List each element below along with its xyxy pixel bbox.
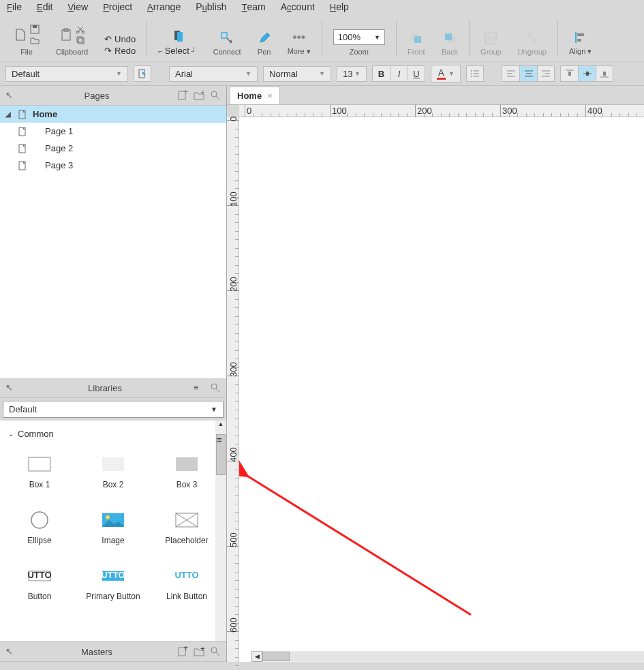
close-icon[interactable]: × <box>267 91 273 101</box>
open-icon[interactable] <box>30 35 40 45</box>
page-row[interactable]: ◢ Home <box>0 106 226 123</box>
horizontal-scrollbar[interactable]: ◀ <box>251 651 644 662</box>
svg-rect-9 <box>177 32 183 42</box>
valign-bottom-button[interactable] <box>596 65 613 82</box>
select-group[interactable]: ⌐ Select ┘ <box>150 29 204 56</box>
weight-dropdown[interactable]: Normal▼ <box>263 66 331 82</box>
library-category[interactable]: ⌄Common <box>3 426 224 442</box>
menu-view[interactable]: View <box>67 1 88 12</box>
widget-button[interactable]: BUTTONButton <box>5 559 74 609</box>
back-group[interactable]: Back <box>433 31 466 56</box>
style-dropdown[interactable]: Default▼ <box>5 66 128 82</box>
chevron-down-icon: ▼ <box>448 70 455 77</box>
chevron-down-icon: ▼ <box>354 70 361 77</box>
scroll-left-icon[interactable]: ◀ <box>251 651 262 662</box>
expand-icon[interactable]: ◢ <box>5 110 12 118</box>
menu-project[interactable]: Project <box>103 1 132 12</box>
front-group[interactable]: Front <box>399 31 433 56</box>
align-center-button[interactable] <box>519 65 537 82</box>
scrollbar-thumb[interactable] <box>262 652 290 661</box>
svg-rect-56 <box>29 457 50 471</box>
align-right-button[interactable] <box>537 65 555 82</box>
copy-icon[interactable] <box>76 35 85 45</box>
canvas[interactable]: ◀ <box>239 117 644 662</box>
widget-label: Button <box>28 592 52 601</box>
widget-placeholder[interactable]: Placeholder <box>153 503 221 553</box>
menu-publish[interactable]: Publish <box>196 1 226 12</box>
widget-ellipse[interactable]: Ellipse <box>5 503 74 553</box>
pen-group[interactable]: Pen <box>249 31 279 56</box>
pages-panel-header: ↖ Pages + + <box>0 86 226 106</box>
menu-file[interactable]: File <box>7 1 22 12</box>
menu-team[interactable]: Team <box>242 1 266 12</box>
tab-label: Home <box>237 91 262 101</box>
menu-account[interactable]: Account <box>281 1 315 12</box>
search-icon[interactable] <box>210 382 221 393</box>
font-dropdown[interactable]: Arial▼ <box>169 66 258 82</box>
svg-line-55 <box>216 389 219 392</box>
text-color-dropdown[interactable]: A▼ <box>431 65 461 82</box>
widget-label: Box 1 <box>29 480 50 489</box>
separator <box>396 20 397 56</box>
page-row[interactable]: Page 1 <box>0 123 226 140</box>
widget-box-1[interactable]: Box 1 <box>5 447 74 498</box>
svg-point-73 <box>211 648 217 653</box>
page-row[interactable]: Page 2 <box>0 140 226 157</box>
menu-icon[interactable]: ≡ <box>194 382 204 393</box>
ruler-horizontal: 0100200300400 <box>239 105 644 117</box>
library-scrollbar[interactable]: ▲ ≡ <box>215 421 226 641</box>
page-name: Page 2 <box>45 143 73 153</box>
add-master-icon[interactable]: + <box>177 646 188 657</box>
add-folder-icon[interactable]: + <box>194 646 204 657</box>
library-dropdown[interactable]: Default▼ <box>3 401 224 418</box>
align-group[interactable]: Align ▾ <box>561 31 600 56</box>
save-icon[interactable] <box>30 25 40 34</box>
valign-top-button[interactable] <box>560 65 578 82</box>
bold-button[interactable]: B <box>372 65 390 82</box>
widget-label: Placeholder <box>165 536 208 545</box>
more-group[interactable]: ••• More ▾ <box>279 31 319 56</box>
redo-icon: ↷ <box>104 46 112 56</box>
widget-primary-button[interactable]: BUTTONPrimary Button <box>79 559 147 609</box>
menu-edit[interactable]: Edit <box>37 1 52 12</box>
underline-button[interactable]: U <box>408 65 425 82</box>
redo-button[interactable]: ↷Redo <box>104 46 136 56</box>
masters-panel-header: ↖ Masters + + <box>0 641 226 662</box>
paste-icon[interactable] <box>59 28 73 42</box>
align-icon <box>574 31 587 44</box>
menu-help[interactable]: Help <box>330 1 349 12</box>
bullet-list-button[interactable] <box>466 65 484 82</box>
ungroup-button[interactable]: Ungroup <box>510 31 555 56</box>
add-page-icon[interactable]: + <box>177 90 188 101</box>
zoom-input[interactable]: 100%▼ <box>333 29 385 45</box>
tab-home[interactable]: Home × <box>230 87 280 104</box>
search-icon[interactable] <box>210 646 221 657</box>
style-edit-icon[interactable] <box>134 65 151 82</box>
widget-link-button[interactable]: BUTTONLink Button <box>153 559 221 609</box>
menu-arrange[interactable]: Arrange <box>147 1 181 12</box>
tab-bar: Home × <box>227 86 644 105</box>
left-panel: ↖ Pages + + ◢ Home Page 1 Page 2 Page 3 … <box>0 86 227 662</box>
widget-box-3[interactable]: Box 3 <box>153 447 221 498</box>
chevron-down-icon: ▼ <box>116 70 122 77</box>
connect-group[interactable]: Connect <box>205 31 249 56</box>
align-left-button[interactable] <box>502 65 519 82</box>
menu-bar: File Edit View Project Arrange Publish T… <box>0 0 644 16</box>
scrollbar-thumb[interactable]: ≡ <box>216 434 226 475</box>
group-button[interactable]: Group <box>472 31 510 56</box>
new-file-icon[interactable] <box>14 28 27 42</box>
undo-button[interactable]: ↶Undo <box>104 34 136 44</box>
svg-rect-21 <box>577 33 584 36</box>
detach-icon[interactable]: ↖ <box>5 646 16 657</box>
cut-icon[interactable] <box>76 25 85 34</box>
detach-icon[interactable]: ↖ <box>5 90 16 101</box>
valign-middle-button[interactable] <box>578 65 596 82</box>
size-dropdown[interactable]: 13▼ <box>337 66 367 82</box>
detach-icon[interactable]: ↖ <box>5 382 16 393</box>
page-row[interactable]: Page 3 <box>0 157 226 174</box>
widget-box-2[interactable]: Box 2 <box>79 447 147 498</box>
italic-button[interactable]: I <box>390 65 408 82</box>
add-folder-icon[interactable]: + <box>194 90 204 101</box>
search-icon[interactable] <box>210 90 221 101</box>
widget-image[interactable]: Image <box>79 503 147 553</box>
